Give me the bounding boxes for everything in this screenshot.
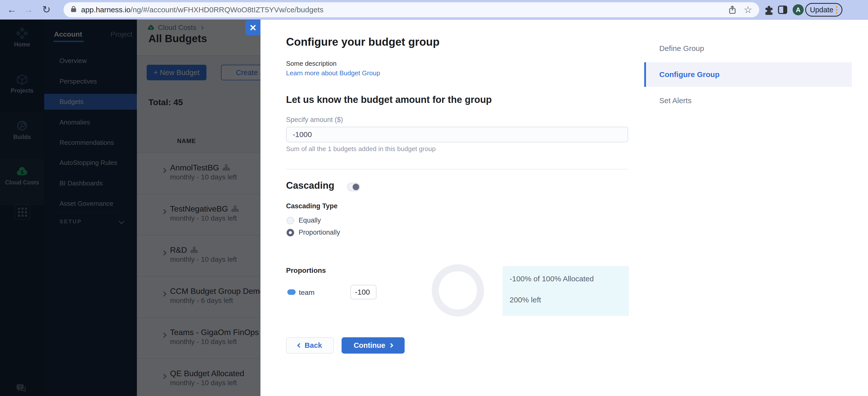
modal-title: Configure your budget group	[286, 36, 439, 48]
close-icon: ×	[250, 22, 256, 33]
amount-input[interactable]	[286, 127, 628, 142]
cascading-toggle[interactable]	[347, 183, 360, 191]
step-define-group[interactable]: Define Group	[659, 44, 704, 53]
screen: ← → ↻ app.harness.io/ng/#/account/wFHXHD…	[0, 0, 868, 396]
update-label: Update	[810, 6, 834, 14]
continue-button[interactable]: Continue	[342, 337, 405, 354]
extensions-puzzle-icon[interactable]	[764, 5, 774, 15]
radio-icon-selected[interactable]	[286, 229, 294, 236]
side-panel-icon[interactable]	[778, 5, 787, 14]
proportion-entry-name: team	[299, 289, 314, 297]
chevron-left-icon	[297, 343, 302, 348]
radio-proportionally[interactable]: Proportionally	[286, 229, 340, 236]
learn-more-link[interactable]: Learn more about Budget Group	[286, 69, 380, 77]
share-icon[interactable]	[727, 5, 737, 14]
url-path: /ng/#/account/wFHXHD0RRQWoO8tIZT5YVw/ce/…	[131, 5, 323, 14]
modal-description: Some description	[286, 60, 337, 67]
url-text[interactable]: app.harness.io/ng/#/account/wFHXHD0RRQWo…	[81, 6, 323, 14]
close-button[interactable]: ×	[245, 20, 260, 35]
continue-label: Continue	[353, 341, 385, 350]
team-color-swatch	[287, 289, 296, 295]
amount-field-label: Specify amount ($)	[286, 116, 343, 124]
update-button[interactable]: Update	[805, 3, 842, 16]
allocation-info-box: -100% of 100% Allocated 200% left	[502, 266, 629, 316]
amount-section-heading: Let us know the budget amount for the gr…	[286, 94, 492, 105]
left-text: 200% left	[509, 296, 541, 304]
modal-backdrop[interactable]	[0, 20, 260, 396]
radio-icon[interactable]	[286, 217, 294, 224]
radio-equally[interactable]: Equally	[286, 217, 321, 224]
configure-budget-group-modal: × Configure your budget group Some descr…	[260, 20, 868, 396]
allocation-donut-chart	[432, 264, 484, 317]
address-bar[interactable]: app.harness.io/ng/#/account/wFHXHD0RRQWo…	[64, 2, 759, 17]
back-label: Back	[305, 341, 322, 350]
url-domain: app.harness.io	[81, 5, 131, 14]
bookmark-star-icon[interactable]: ☆	[744, 5, 752, 14]
allocated-text: -100% of 100% Allocated	[509, 274, 594, 283]
lock-icon	[71, 8, 76, 12]
browser-refresh-icon[interactable]: ↻	[42, 3, 51, 15]
proportion-input[interactable]	[350, 285, 376, 299]
step-configure-group[interactable]: Configure Group	[644, 62, 852, 87]
radio-label: Proportionally	[299, 229, 340, 236]
menu-dots-icon	[836, 6, 838, 14]
back-button[interactable]: Back	[286, 337, 334, 354]
section-divider	[286, 169, 628, 169]
chevron-right-icon	[389, 343, 393, 348]
browser-forward-icon[interactable]: →	[24, 3, 33, 15]
browser-back-icon[interactable]: ←	[7, 3, 17, 15]
step-set-alerts[interactable]: Set Alerts	[659, 96, 691, 105]
proportions-label: Proportions	[286, 266, 326, 274]
active-step-label: Configure Group	[659, 62, 719, 87]
amount-helper-text: Sum of all the 1 budgets added in this b…	[286, 145, 436, 153]
cascading-type-label: Cascading Type	[286, 202, 338, 210]
browser-chrome: ← → ↻ app.harness.io/ng/#/account/wFHXHD…	[0, 0, 868, 20]
profile-avatar[interactable]: A	[793, 4, 804, 15]
cascading-heading: Cascading	[286, 180, 334, 191]
radio-label: Equally	[299, 217, 321, 224]
toggle-knob	[352, 184, 359, 190]
